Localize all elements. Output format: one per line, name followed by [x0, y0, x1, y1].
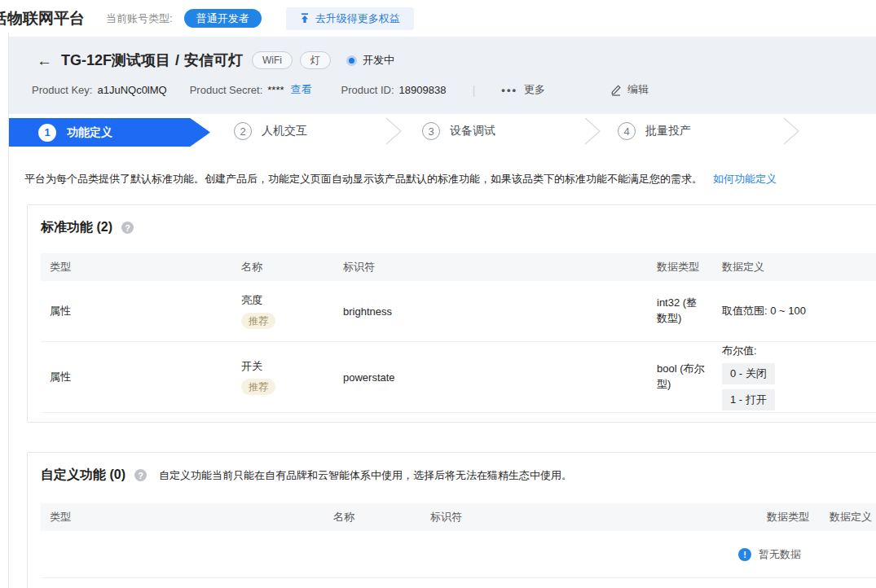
- step-2-human-machine-interaction[interactable]: 2 人机交互: [234, 114, 307, 148]
- chevron-separator-icon: [584, 117, 601, 148]
- standard-table-header: 类型 名称 标识符 数据类型 数据定义: [41, 253, 876, 281]
- info-icon: !: [738, 548, 751, 561]
- step-wizard: 1 功能定义 2 人机交互 3 设备调试 4 批量投产: [9, 114, 876, 148]
- col-identifier: 标识符: [343, 260, 657, 274]
- step-1-number: 1: [38, 124, 56, 142]
- row-name-cell: 亮度 推荐: [241, 281, 343, 341]
- status-text: 开发中: [363, 53, 394, 68]
- view-secret-link[interactable]: 查看: [291, 82, 312, 97]
- recommended-badge: 推荐: [241, 379, 275, 395]
- empty-state: ! 暂无数据: [738, 547, 801, 562]
- row-identifier: powerstate: [343, 342, 657, 412]
- top-bar: 活物联网平台 当前账号类型: 普通开发者 去升级得更多权益: [0, 0, 876, 37]
- product-id-label: Product ID:: [341, 84, 394, 96]
- row-data-definition: 布尔值: 0 - 关闭 1 - 打开: [722, 342, 876, 412]
- col-data-definition: 数据定义: [830, 510, 876, 524]
- step-3-label: 设备调试: [450, 124, 495, 138]
- intro-text: 平台为每个品类提供了默认标准功能。创建产品后，功能定义页面自动显示该产品默认的标…: [24, 173, 702, 185]
- custom-functions-note: 自定义功能当前只能在自有品牌和云智能体系中使用，选择后将无法在猫精生态中使用。: [159, 468, 572, 483]
- custom-table-header: 类型 名称 标识符 数据类型 数据定义: [41, 503, 876, 531]
- platform-brand: 活物联网平台: [0, 8, 85, 29]
- empty-text: 暂无数据: [759, 547, 801, 562]
- tag-wifi: WiFi: [252, 51, 293, 69]
- step-2-number: 2: [234, 122, 252, 140]
- col-type: 类型: [50, 510, 333, 524]
- product-secret-mask: ****: [267, 84, 284, 96]
- how-to-define-link[interactable]: 如何功能定义: [713, 173, 777, 185]
- more-button[interactable]: ••• 更多: [501, 82, 545, 97]
- row-identifier: brightness: [343, 281, 657, 341]
- product-info-row: Product Key: a1JuNQc0lMQ Product Secret:…: [9, 82, 876, 97]
- account-type-label: 当前账号类型:: [106, 11, 173, 26]
- col-name: 名称: [333, 510, 430, 524]
- col-name: 名称: [241, 260, 343, 274]
- product-id-value: 18909838: [399, 84, 447, 96]
- table-row: 属性 亮度 推荐 brightness int32 (整数型) 取值范围: 0 …: [41, 281, 876, 342]
- row-name-cell: 开关 推荐: [241, 342, 343, 412]
- edit-label: 编辑: [627, 82, 649, 97]
- col-type: 类型: [50, 260, 241, 274]
- project-name: TG-12F测试项目: [61, 52, 170, 68]
- col-data-type: 数据类型: [657, 260, 722, 274]
- upgrade-button[interactable]: 去升级得更多权益: [286, 7, 414, 30]
- custom-functions-title: 自定义功能 (0): [41, 467, 125, 484]
- standard-functions-title: 标准功能 (2): [41, 219, 112, 236]
- product-header: ← TG-12F测试项目/安信可灯 WiFi 灯 开发中 Product Key…: [9, 37, 876, 114]
- row-type: 属性: [50, 281, 241, 341]
- more-label: 更多: [524, 82, 545, 97]
- edit-button[interactable]: 编辑: [610, 82, 649, 97]
- vertical-divider: |: [472, 83, 475, 97]
- col-identifier: 标识符: [430, 510, 767, 524]
- title-separator: /: [175, 52, 179, 68]
- standard-functions-title-row: 标准功能 (2) ?: [41, 205, 876, 236]
- step-1-label: 功能定义: [67, 125, 112, 140]
- col-data-type: 数据类型: [767, 510, 830, 524]
- recommended-badge: 推荐: [241, 313, 275, 329]
- row-data-type: bool (布尔型): [657, 362, 707, 393]
- row-type: 属性: [50, 342, 241, 412]
- step-4-number: 4: [618, 122, 636, 140]
- status-dot-icon: [346, 55, 357, 66]
- product-key-label: Product Key:: [32, 84, 92, 96]
- status-badge: 开发中: [346, 53, 394, 68]
- product-name: 安信可灯: [184, 52, 243, 68]
- page-intro: 平台为每个品类提供了默认标准功能。创建产品后，功能定义页面自动显示该产品默认的标…: [24, 172, 777, 186]
- empty-table-row: ! 暂无数据: [41, 531, 876, 578]
- step-4-label: 批量投产: [645, 124, 691, 138]
- step-3-number: 3: [422, 122, 440, 140]
- row-data-type: int32 (整数型): [657, 296, 707, 327]
- back-arrow-icon[interactable]: ←: [37, 53, 52, 68]
- step-3-device-debugging[interactable]: 3 设备调试: [422, 114, 495, 148]
- pencil-icon: [610, 84, 622, 96]
- chevron-separator-icon: [783, 117, 799, 148]
- col-data-definition: 数据定义: [722, 260, 876, 274]
- product-title-row: ← TG-12F测试项目/安信可灯 WiFi 灯 开发中: [9, 37, 876, 70]
- product-key-value: a1JuNQc0lMQ: [97, 84, 166, 96]
- tag-light: 灯: [300, 51, 331, 69]
- help-icon[interactable]: ?: [134, 469, 147, 481]
- standard-functions-card: 标准功能 (2) ? 类型 名称 标识符 数据类型 数据定义 属性 亮度 推荐 …: [27, 204, 876, 423]
- custom-functions-card: 自定义功能 (0) ? 自定义功能当前只能在自有品牌和云智能体系中使用，选择后将…: [27, 452, 876, 588]
- row-name: 开关: [241, 359, 262, 374]
- step-1-function-definition[interactable]: 1 功能定义: [9, 118, 210, 147]
- custom-functions-title-row: 自定义功能 (0) ? 自定义功能当前只能在自有品牌和云智能体系中使用，选择后将…: [41, 453, 876, 484]
- bool-value-off: 0 - 关闭: [722, 363, 775, 384]
- bool-value-on: 1 - 打开: [722, 389, 775, 410]
- row-data-definition: 取值范围: 0 ~ 100: [722, 281, 876, 341]
- bool-values-label: 布尔值:: [722, 344, 757, 358]
- chevron-separator-icon: [385, 117, 402, 148]
- row-name: 亮度: [241, 293, 262, 308]
- product-secret-label: Product Secret:: [190, 84, 263, 96]
- step-2-label: 人机交互: [262, 124, 307, 138]
- product-title: TG-12F测试项目/安信可灯: [61, 50, 243, 70]
- upload-icon: [300, 13, 310, 24]
- account-type-badge: 普通开发者: [184, 9, 262, 29]
- upgrade-label: 去升级得更多权益: [315, 11, 400, 26]
- ellipsis-icon: •••: [501, 84, 517, 96]
- step-4-mass-production[interactable]: 4 批量投产: [618, 114, 691, 148]
- table-row: 属性 开关 推荐 powerstate bool (布尔型) 布尔值: 0 - …: [41, 342, 876, 413]
- help-icon[interactable]: ?: [121, 222, 134, 234]
